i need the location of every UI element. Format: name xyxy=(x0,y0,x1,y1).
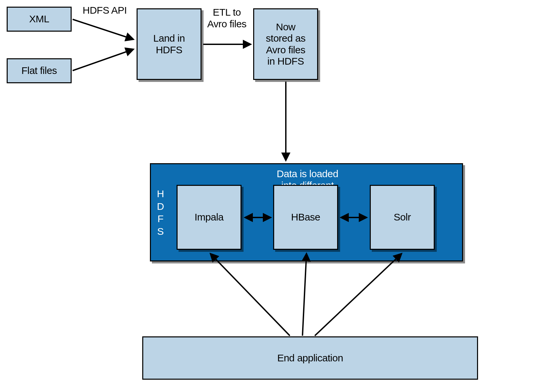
node-avro-store-label: Now stored as Avro files in HDFS xyxy=(266,21,305,67)
node-end-app-label: End application xyxy=(277,352,343,364)
node-land-hdfs: Land in HDFS xyxy=(137,8,202,80)
node-solr: Solr xyxy=(370,185,435,250)
node-flat-files: Flat files xyxy=(7,58,72,83)
arrow-endapp-hbase xyxy=(302,254,306,336)
hdfs-vertical-label: H D F S xyxy=(157,188,164,237)
arrow-endapp-solr xyxy=(315,254,401,336)
node-flat-files-label: Flat files xyxy=(21,65,57,77)
node-land-hdfs-label: Land in HDFS xyxy=(153,33,185,56)
arrow-endapp-impala xyxy=(211,254,290,336)
edge-label-hdfs-api: HDFS API xyxy=(83,5,127,16)
node-avro-store: Now stored as Avro files in HDFS xyxy=(253,8,318,80)
node-hbase-label: HBase xyxy=(291,211,320,223)
node-impala-label: Impala xyxy=(195,211,224,223)
node-xml: XML xyxy=(7,7,72,32)
arrow-flatfiles-to-land xyxy=(73,49,133,71)
diagram-stage: XML Flat files Land in HDFS Now stored a… xyxy=(0,0,535,392)
node-hbase: HBase xyxy=(273,185,338,250)
edge-label-etl-avro: ETL to Avro files xyxy=(207,7,247,30)
node-impala: Impala xyxy=(177,185,242,250)
node-solr-label: Solr xyxy=(394,211,411,223)
node-xml-label: XML xyxy=(29,13,49,25)
node-end-application: End application xyxy=(142,336,478,380)
arrow-xml-to-land xyxy=(73,19,133,39)
